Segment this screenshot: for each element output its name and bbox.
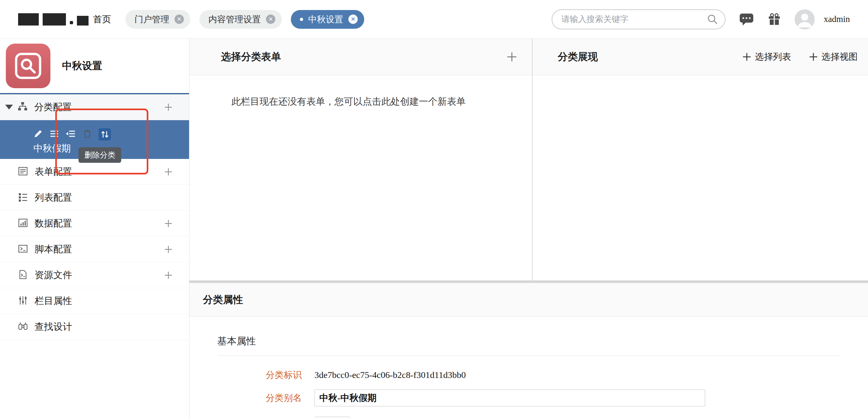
panel-form-body: 此栏目现在还没有表单，您可以点击此处创建一个新表单 — [189, 75, 532, 280]
plus-icon — [809, 52, 818, 62]
sitemap-icon — [18, 101, 28, 113]
basic-properties-section-title: 基本属性 — [217, 335, 840, 356]
panel-title: 选择分类表单 — [221, 50, 281, 64]
search-box — [552, 9, 725, 29]
menu-item-label: 列表配置 — [35, 191, 72, 204]
tab-label: 中秋设置 — [308, 13, 343, 25]
script-icon — [18, 244, 28, 255]
binoculars-icon — [18, 321, 28, 333]
logo-redacted — [18, 13, 89, 26]
category-id-value: 3de7bcc0-ec75-4c06-b2c8-f301d11d3bb0 — [314, 370, 466, 380]
avatar[interactable] — [795, 9, 815, 29]
field-row-document-type: 文档类型 信息 — [217, 417, 840, 418]
chat-icon[interactable] — [739, 12, 754, 27]
sort-icon[interactable] — [99, 128, 111, 140]
main-area: 选择分类表单 此栏目现在还没有表单，您可以点击此处创建一个新表单 分类展现 — [189, 39, 868, 418]
menu-item-label: 表单配置 — [35, 165, 72, 178]
username: xadmin — [824, 14, 850, 24]
topbar: 首页 门户管理 ✕ 内容管理设置 ✕ 中秋设置 ✕ xadmin — [0, 0, 868, 39]
field-row-category-alias: 分类别名 — [217, 390, 840, 406]
tab-home[interactable]: 首页 — [93, 13, 111, 26]
panel-category-display: 分类展现 选择列表 选择视图 — [533, 39, 868, 280]
select-view-button[interactable]: 选择视图 — [809, 51, 858, 63]
sidebar-item-category-config[interactable]: 分类配置 — [0, 94, 189, 120]
add-sibling-icon[interactable] — [50, 129, 59, 140]
sidebar-item-search-design[interactable]: 查找设计 — [0, 314, 189, 340]
list-icon — [18, 192, 28, 203]
close-icon[interactable]: ✕ — [266, 14, 275, 24]
add-child-icon[interactable] — [66, 129, 76, 140]
tooltip-delete-category: 删除分类 — [79, 147, 121, 163]
menu-item-label: 数据配置 — [35, 217, 72, 230]
search-input[interactable] — [561, 14, 707, 24]
horizontal-splitter[interactable] — [189, 280, 868, 283]
panel-category-properties: 分类属性 基本属性 分类标识 3de7bcc0-ec75-4c06-b2c8-f… — [189, 283, 868, 418]
panel-display-header: 分类展现 选择列表 选择视图 — [533, 39, 868, 75]
tab-content-management-settings[interactable]: 内容管理设置 ✕ — [199, 10, 282, 29]
sidebar-item-selected-category[interactable]: 中秋假期 删除分类 — [0, 120, 189, 159]
menu-item-label: 查找设计 — [35, 320, 72, 333]
sidebar-item-form-config[interactable]: 表单配置 — [0, 159, 189, 185]
document-type-select[interactable]: 信息 — [314, 417, 351, 418]
close-icon[interactable]: ✕ — [348, 14, 358, 24]
panel-properties-header: 分类属性 — [189, 283, 868, 317]
delete-icon[interactable] — [83, 129, 92, 140]
sidebar-header: 中秋设置 — [0, 39, 189, 94]
active-dot-icon — [300, 18, 303, 21]
category-search-icon — [6, 43, 51, 88]
panel-display-body — [533, 75, 868, 280]
panel-form-header: 选择分类表单 — [189, 39, 532, 75]
tab-label: 门户管理 — [134, 13, 169, 25]
sidebar-item-list-config[interactable]: 列表配置 — [0, 185, 189, 211]
menu-item-label: 脚本配置 — [35, 243, 72, 256]
field-row-category-id: 分类标识 3de7bcc0-ec75-4c06-b2c8-f301d11d3bb… — [217, 369, 840, 381]
properties-body: 基本属性 分类标识 3de7bcc0-ec75-4c06-b2c8-f301d1… — [189, 317, 868, 418]
field-label: 分类标识 — [217, 369, 302, 381]
plus-icon — [742, 52, 752, 62]
add-form-panel-icon[interactable] — [506, 51, 518, 63]
menu-item-label: 分类配置 — [34, 101, 72, 114]
close-icon[interactable]: ✕ — [175, 14, 184, 24]
add-form-icon[interactable] — [164, 167, 173, 176]
sidebar-item-resource-files[interactable]: 资源文件 — [0, 262, 189, 288]
tab-portal-management[interactable]: 门户管理 ✕ — [125, 10, 190, 29]
file-code-icon — [18, 269, 28, 281]
chart-icon — [18, 218, 28, 229]
field-label: 分类别名 — [217, 392, 302, 404]
empty-form-message[interactable]: 此栏目现在还没有表单，您可以点击此处创建一个新表单 — [189, 75, 532, 108]
gift-icon[interactable] — [768, 12, 781, 26]
sidebar-item-column-properties[interactable]: 栏目属性 — [0, 288, 189, 314]
sidebar: 中秋设置 分类配置 — [0, 39, 189, 418]
edit-icon[interactable] — [33, 129, 43, 140]
menu-item-label: 资源文件 — [35, 269, 72, 282]
category-alias-input[interactable] — [314, 390, 705, 406]
add-resource-icon[interactable] — [164, 271, 173, 280]
tab-mid-autumn-settings[interactable]: 中秋设置 ✕ — [291, 10, 364, 29]
search-icon[interactable] — [707, 13, 718, 25]
add-category-icon[interactable] — [164, 103, 173, 112]
button-label: 选择列表 — [755, 51, 791, 63]
panel-form-select: 选择分类表单 此栏目现在还没有表单，您可以点击此处创建一个新表单 — [189, 39, 532, 280]
tab-label: 内容管理设置 — [209, 13, 261, 25]
form-icon — [18, 166, 28, 178]
panel-title: 分类展现 — [558, 50, 598, 64]
menu-item-label: 栏目属性 — [35, 295, 72, 308]
topbar-right: xadmin — [552, 9, 850, 29]
add-data-icon[interactable] — [164, 219, 173, 228]
select-list-button[interactable]: 选择列表 — [742, 51, 791, 63]
button-label: 选择视图 — [822, 51, 858, 63]
sidebar-item-data-config[interactable]: 数据配置 — [0, 211, 189, 236]
sliders-icon — [18, 295, 28, 307]
collapse-triangle-icon[interactable] — [5, 105, 13, 109]
display-header-buttons: 选择列表 选择视图 — [742, 51, 858, 63]
add-script-icon[interactable] — [164, 245, 173, 254]
panel-title: 分类属性 — [203, 293, 243, 307]
sidebar-item-script-config[interactable]: 脚本配置 — [0, 236, 189, 262]
sidebar-title: 中秋设置 — [62, 59, 102, 73]
category-toolbar — [33, 128, 189, 141]
app-body: 中秋设置 分类配置 — [0, 39, 868, 418]
